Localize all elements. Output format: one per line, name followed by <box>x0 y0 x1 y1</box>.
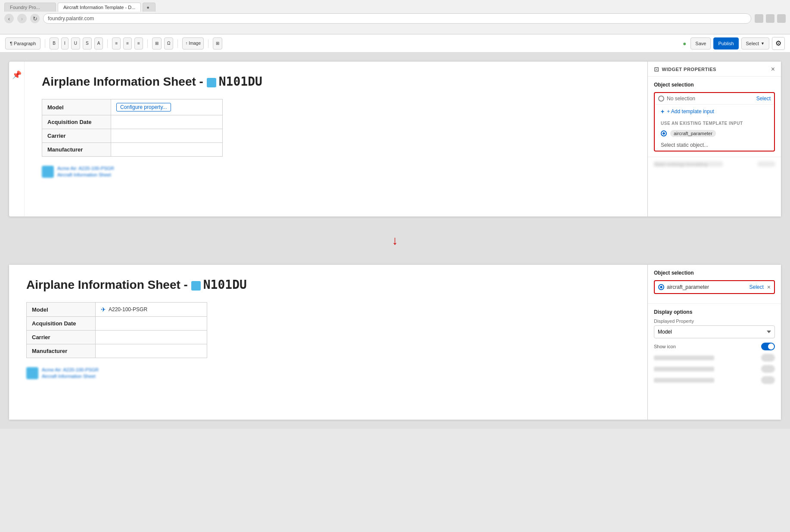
browser-action-3[interactable] <box>777 14 786 23</box>
model-value-display: ✈ A220-100-PSGR <box>101 306 202 313</box>
blurred-toggle-row-3 <box>654 376 775 384</box>
top-page-title: Airplane Information Sheet - N101DU <box>42 74 630 89</box>
select-static-option[interactable]: Select static object... <box>655 139 774 151</box>
manufacturer-label: Manufacturer <box>42 143 111 157</box>
link-icon-2 <box>26 367 38 379</box>
no-selection-row[interactable]: No selection Select <box>655 93 774 105</box>
selection-left: No selection <box>658 96 695 102</box>
aircraft-parameter-radio <box>661 130 667 136</box>
use-existing-label: USE AN EXISTING TEMPLATE INPUT <box>655 118 774 127</box>
pin-icon[interactable]: 📌 <box>12 70 22 80</box>
browser-actions <box>755 14 786 23</box>
gear-btn[interactable]: ⚙ <box>772 37 785 50</box>
select-link-top[interactable]: Select <box>756 96 771 102</box>
show-icon-toggle[interactable] <box>761 343 775 350</box>
blurred-section-top: Static ontology formatting <box>648 157 781 174</box>
object-selection-title-top: Object selection <box>654 82 775 88</box>
widget-panel-close-btn-top[interactable]: × <box>771 66 775 73</box>
toolbar-icon-btn-1[interactable]: B <box>50 37 59 49</box>
browser-toolbar: ‹ › ↻ foundry.palantir.com <box>4 13 786 24</box>
bottom-carrier-value <box>96 331 207 344</box>
plus-icon: + <box>661 108 664 115</box>
nav-forward-btn[interactable]: › <box>17 14 27 23</box>
toolbar-icon-btn-3[interactable]: U <box>71 37 80 49</box>
toolbar-icon-btn-2[interactable]: I <box>61 37 68 49</box>
bottom-model-value-cell: ✈ A220-100-PSGR <box>96 303 207 317</box>
save-btn[interactable]: Save <box>690 37 711 49</box>
table-row: Acquisition Date <box>42 115 223 129</box>
bottom-page-title: Airplane Information Sheet - N101DU <box>26 278 630 292</box>
toolbar-icon-btn-5[interactable]: A <box>94 37 103 49</box>
selection-actions: Select × <box>749 284 771 291</box>
table-row: Carrier <box>27 331 207 344</box>
display-options-section: Display options Displayed Property Model… <box>648 304 781 393</box>
blurred-toggle-1 <box>761 354 775 362</box>
toolbar-align-left[interactable]: ≡ <box>112 37 121 49</box>
select-btn[interactable]: Select ▼ <box>741 37 770 49</box>
displayed-property-label: Displayed Property <box>654 319 775 324</box>
browser-action-2[interactable] <box>766 14 774 23</box>
bottom-select-link[interactable]: Select <box>749 284 763 290</box>
table-row: Carrier <box>42 129 223 143</box>
link-text-1: Acme Air: A220-100-PSGR <box>57 165 114 172</box>
toolbar-list-btn[interactable]: ⊞ <box>152 37 162 49</box>
toolbar-align-center[interactable]: ≡ <box>123 37 132 49</box>
aircraft-icon: ✈ <box>101 306 106 313</box>
aircraft-parameter-option[interactable]: aircraft_parameter <box>655 127 774 139</box>
manufacturer-value-cell <box>111 143 223 157</box>
table-row: Manufacturer <box>42 143 223 157</box>
add-template-btn[interactable]: + + Add template input <box>655 105 774 118</box>
nav-back-btn[interactable]: ‹ <box>4 14 14 23</box>
toolbar-insert-btn[interactable]: Ω <box>164 37 173 49</box>
model-value-text: A220-100-PSGR <box>109 306 147 312</box>
display-options-title: Display options <box>654 309 775 315</box>
link-subtext-2: Aircraft Information Sheet <box>42 373 99 380</box>
toolbar-separator-3 <box>147 39 148 48</box>
browser-tab-2[interactable]: Aircraft Information Template - D... <box>58 3 141 12</box>
toolbar-image-btn[interactable]: ↑ Image <box>182 37 204 49</box>
blurred-label-1: Static ontology formatting <box>654 161 723 167</box>
widget-panel-title-top: ⊡ WIDGET PROPERTIES <box>654 66 716 73</box>
bottom-blurred-link: Acme Air: A220-100-PSGR Aircraft Informa… <box>26 367 630 380</box>
widget-icon: ⊡ <box>654 66 659 73</box>
app-toolbar: ¶ Paragraph B I U S A ≡ ≡ ≡ ⊞ Ω ↑ Image … <box>0 34 790 53</box>
toolbar-align-right[interactable]: ≡ <box>134 37 143 49</box>
no-selection-radio <box>658 96 664 102</box>
primary-action-btn[interactable]: Publish <box>713 37 738 49</box>
aircraft-parameter-badge: aircraft_parameter <box>670 130 716 137</box>
model-label: Model <box>42 99 111 115</box>
bottom-carrier-label: Carrier <box>27 331 96 344</box>
displayed-property-dropdown[interactable]: Model <box>654 325 775 338</box>
bottom-manufacturer-value <box>96 344 207 358</box>
object-selection-section-bottom: Object selection aircraft_parameter Sele… <box>648 265 781 304</box>
bottom-title-icon <box>191 281 201 291</box>
widget-panel-header-top: ⊡ WIDGET PROPERTIES × <box>648 62 781 77</box>
blurred-toggle-label-2 <box>654 367 714 371</box>
toolbar-table-btn[interactable]: ⊞ <box>213 37 222 49</box>
browser-tab-1[interactable]: Foundry Pro... <box>4 3 56 12</box>
bottom-manufacturer-label: Manufacturer <box>27 344 96 358</box>
link-text-2: Acme Air: A220-100-PSGR <box>42 367 99 373</box>
table-row: Model ✈ A220-100-PSGR <box>27 303 207 317</box>
configure-property-btn[interactable]: Configure property... <box>116 103 171 111</box>
arrow-container: ↓ <box>9 230 781 251</box>
down-arrow-icon: ↓ <box>392 235 398 247</box>
browser-tab-3[interactable]: ● <box>143 3 156 12</box>
address-bar[interactable]: foundry.palantir.com <box>43 13 751 24</box>
link-subtext-1: Aircraft Information Sheet <box>57 172 114 178</box>
object-selection-title-bottom: Object selection <box>654 270 775 276</box>
nav-refresh-btn[interactable]: ↻ <box>30 14 40 23</box>
bottom-panel: Airplane Information Sheet - N101DU Mode… <box>9 264 781 420</box>
paragraph-btn[interactable]: ¶ Paragraph <box>5 37 40 49</box>
clear-selection-btn[interactable]: × <box>767 284 771 291</box>
blurred-toggle-row-2 <box>654 365 775 373</box>
no-selection-label: No selection <box>667 96 695 102</box>
show-icon-toggle-row: Show icon <box>654 343 775 350</box>
widget-panel-top: ⊡ WIDGET PROPERTIES × Object selection <box>647 62 781 217</box>
browser-action-1[interactable] <box>755 14 763 23</box>
gear-icon: ⚙ <box>775 39 781 47</box>
toolbar-icon-btn-4[interactable]: S <box>83 37 92 49</box>
blurred-row-1: Static ontology formatting <box>654 161 775 167</box>
bottom-radio <box>658 284 664 290</box>
blurred-toggle-row-1 <box>654 354 775 362</box>
